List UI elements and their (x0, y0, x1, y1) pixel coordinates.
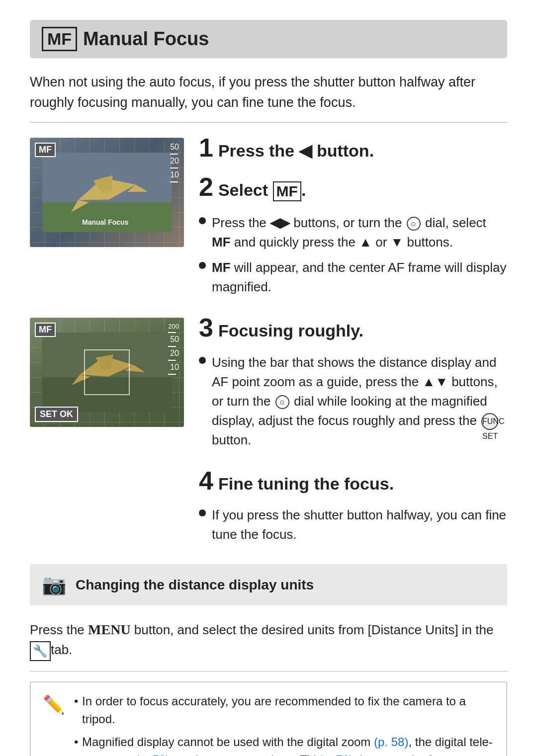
note-2: Magnified display cannot be used with th… (74, 733, 494, 756)
step-1: 1 Press the ◀ button. (199, 138, 507, 168)
camera-settings-icon: 📷 (42, 573, 67, 596)
camera1-mf-badge: MF (35, 143, 56, 157)
bullet-dot (199, 509, 206, 516)
step-2-title: Select MF. (218, 180, 306, 201)
step-4-header: 4 Fine tuning the focus. (199, 471, 507, 501)
func-set-icon: FUNCSET (481, 413, 498, 430)
step-1-number: 1 (199, 135, 213, 161)
bullet-dot (199, 357, 206, 364)
step-2-mf-box: MF (273, 181, 301, 201)
step-2-bullet-2: MF will appear, and the center AF frame … (199, 258, 507, 297)
step-4-row: 4 Fine tuning the focus. If you press th… (30, 471, 507, 551)
step-2: 2 Select MF. Press the ◀▶ buttons, or tu… (199, 177, 507, 297)
page-title: Manual Focus (83, 28, 209, 50)
camera2-mf-badge: MF (35, 323, 56, 337)
step-1-title: Press the ◀ button. (218, 141, 374, 161)
step-2-header: 2 Select MF. (199, 177, 507, 208)
notes-box: ✏️ In order to focus accurately, you are… (30, 681, 507, 756)
left-arrow-icon: ◀ (299, 141, 312, 160)
step-4-title: Fine tuning the focus. (218, 474, 394, 494)
camera2-set-badge: SET OK (35, 407, 78, 422)
step-1-header: 1 Press the ◀ button. (199, 138, 507, 168)
step-3-title: Focusing roughly. (218, 321, 363, 341)
dial-icon-1: ○ (407, 217, 421, 231)
intro-text: When not using the auto focus, if you pr… (30, 72, 507, 123)
bullet-dot (199, 217, 206, 224)
step-3-content: 3 Focusing roughly. Using the bar that s… (199, 318, 507, 456)
dial-icon-2: ○ (275, 395, 289, 409)
step-3-number: 3 (199, 315, 213, 340)
link-p59[interactable]: (p. 59) (135, 753, 170, 756)
note-1: In order to focus accurately, you are re… (74, 692, 494, 728)
camera1-sidebar: 50 20 10 (170, 143, 179, 182)
step-4-bullets: If you press the shutter button halfway,… (199, 505, 507, 544)
step-3-row: MF SET OK 200 50 20 10 3 Focusing roughl… (30, 318, 507, 456)
bottom-text: Press the MENU button, and select the de… (30, 619, 507, 661)
bullet-dot (199, 262, 206, 269)
svg-text:Manual Focus: Manual Focus (82, 218, 129, 226)
link-p58[interactable]: (p. 58) (374, 735, 408, 749)
step-4-number: 4 (199, 468, 213, 494)
camera-image-2: MF SET OK 200 50 20 10 (30, 318, 184, 427)
step-2-bullet-1: Press the ◀▶ buttons, or turn the ○ dial… (199, 213, 507, 252)
step-3-bullets: Using the bar that shows the distance di… (199, 353, 507, 450)
notes-list: In order to focus accurately, you are re… (74, 692, 494, 756)
svg-rect-1 (42, 202, 172, 232)
info-box: 📷 Changing the distance display units (30, 564, 507, 605)
title-mf-icon: MF (42, 27, 77, 51)
pencil-icon: ✏️ (43, 694, 65, 715)
step-2-bullets: Press the ◀▶ buttons, or turn the ○ dial… (199, 213, 507, 297)
step-1-2-row: Manual Focus MF 50 20 10 1 Press the ◀ b… (30, 138, 507, 303)
divider (30, 671, 507, 672)
step-4-content: 4 Fine tuning the focus. If you press th… (30, 471, 507, 551)
camera2-sidebar: 200 50 20 10 (168, 323, 179, 375)
step-3-bullet-1: Using the bar that shows the distance di… (199, 353, 507, 450)
camera-image-1: Manual Focus MF 50 20 10 (30, 138, 184, 247)
step-1-2-content: 1 Press the ◀ button. 2 Select MF. (199, 138, 507, 303)
info-title: Changing the distance display units (76, 577, 314, 593)
wrench-tab-icon: 🔧 (30, 641, 51, 661)
step-4-bullet-1: If you press the shutter button halfway,… (199, 505, 507, 544)
menu-text: MENU (88, 622, 131, 637)
camera-scene-svg-2 (42, 333, 172, 412)
step-3-header: 3 Focusing roughly. (199, 318, 507, 348)
camera-scene-svg-1: Manual Focus (42, 153, 172, 232)
link-p76[interactable]: (p. 76) (319, 753, 353, 756)
step-2-number: 2 (199, 174, 213, 200)
title-bar: MF Manual Focus (30, 20, 507, 58)
